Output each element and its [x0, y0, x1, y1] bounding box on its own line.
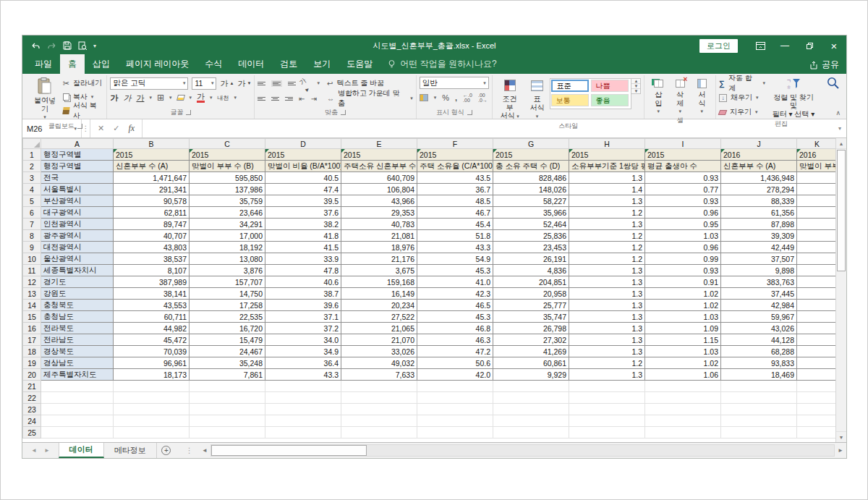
cell-A21[interactable] [41, 381, 114, 392]
clipboard-dialog-launcher[interactable] [77, 124, 82, 129]
scroll-up-icon[interactable]: ▲ [836, 138, 846, 149]
cell-D23[interactable] [265, 404, 341, 415]
cell-G3[interactable]: 828,486 [493, 172, 569, 184]
row-header-6[interactable]: 6 [23, 207, 41, 219]
cell-B11[interactable]: 8,107 [114, 265, 190, 276]
cell-G14[interactable]: 25,777 [493, 300, 569, 311]
cell-H13[interactable]: 1.3 [569, 288, 645, 300]
cell-F3[interactable]: 43.5 [417, 172, 493, 184]
cell-A16[interactable]: 전라북도 [41, 323, 114, 334]
increase-decimal-icon[interactable]: ←.0.00 [463, 93, 472, 103]
paste-dropdown-icon[interactable]: ▾ [43, 114, 46, 120]
cell-H6[interactable]: 1.2 [569, 207, 645, 219]
insert-cells-button[interactable]: 삽입▾ [647, 76, 669, 116]
row-header-9[interactable]: 9 [23, 242, 41, 253]
row-header-12[interactable]: 12 [23, 276, 41, 288]
align-top-icon[interactable] [258, 82, 265, 85]
cell-F16[interactable]: 46.8 [417, 323, 493, 334]
cell-E20[interactable]: 7,633 [341, 369, 417, 381]
styles-scroll-up-icon[interactable]: ▲ [631, 79, 640, 84]
row-header-2[interactable]: 2 [23, 161, 41, 172]
cell-H25[interactable] [569, 427, 645, 438]
format-cells-button[interactable]: 서식▾ [691, 76, 712, 116]
cell-K21[interactable] [797, 381, 836, 392]
align-middle-icon[interactable] [271, 80, 282, 87]
cell-K9[interactable] [797, 242, 836, 253]
align-right-icon[interactable] [285, 97, 293, 101]
cell-H16[interactable]: 1.3 [569, 323, 645, 334]
cell-I2[interactable]: 평균 출생아 수 [645, 161, 721, 172]
column-header-K[interactable]: K [797, 139, 836, 149]
cell-F9[interactable]: 43.3 [417, 242, 493, 253]
comma-style-icon[interactable]: , [455, 93, 457, 102]
cell-A4[interactable]: 서울특별시 [41, 184, 114, 195]
paste-button[interactable]: 붙여넣기▾ [27, 76, 63, 122]
cell-H23[interactable] [569, 404, 645, 415]
cell-G16[interactable]: 26,798 [493, 323, 569, 334]
cell-C25[interactable] [190, 427, 265, 438]
cell-A12[interactable]: 경기도 [41, 276, 114, 288]
cell-J11[interactable]: 9,898 [721, 265, 797, 276]
cell-J9[interactable]: 42,449 [721, 242, 797, 253]
cell-D9[interactable]: 41.5 [265, 242, 341, 253]
close-button[interactable]: × [822, 35, 846, 56]
cell-B21[interactable] [114, 381, 190, 392]
cell-C10[interactable]: 13,080 [190, 253, 265, 265]
cell-C11[interactable]: 3,876 [190, 265, 265, 276]
cell-E17[interactable]: 21,070 [341, 334, 417, 346]
minimize-button[interactable]: — [773, 35, 797, 56]
cell-G7[interactable]: 52,464 [493, 219, 569, 230]
cell-C20[interactable]: 7,861 [190, 369, 265, 381]
font-color-button[interactable]: 가 [197, 93, 205, 103]
cell-C17[interactable]: 15,479 [190, 334, 265, 346]
select-all-corner[interactable] [23, 139, 41, 149]
cell-E25[interactable] [341, 427, 417, 438]
print-preview-icon[interactable] [78, 41, 87, 50]
cell-D12[interactable]: 40.6 [265, 276, 341, 288]
cell-C1[interactable]: 2015 [190, 149, 265, 161]
column-header-D[interactable]: D [265, 139, 341, 149]
cell-C19[interactable]: 35,248 [190, 357, 265, 369]
cell-I15[interactable]: 1.03 [645, 311, 721, 323]
cell-H24[interactable] [569, 415, 645, 427]
cell-H11[interactable]: 1.3 [569, 265, 645, 276]
cell-C12[interactable]: 157,707 [190, 276, 265, 288]
cell-E19[interactable]: 49,032 [341, 357, 417, 369]
cell-C9[interactable]: 18,192 [190, 242, 265, 253]
cell-D13[interactable]: 38.7 [265, 288, 341, 300]
tab-insert[interactable]: 삽입 [85, 54, 118, 74]
cell-E18[interactable]: 33,026 [341, 346, 417, 357]
ribbon-display-options-icon[interactable] [748, 35, 773, 56]
cell-style-neutral[interactable]: 보통 [551, 94, 589, 106]
hscroll-left-icon[interactable]: ◄ [199, 443, 210, 458]
cell-G19[interactable]: 60,861 [493, 357, 569, 369]
cell-J23[interactable] [721, 404, 797, 415]
cell-K7[interactable] [797, 219, 836, 230]
cell-F15[interactable]: 45.3 [417, 311, 493, 323]
cell-B20[interactable]: 18,173 [114, 369, 190, 381]
cell-A8[interactable]: 광주광역시 [41, 230, 114, 242]
font-name-select[interactable]: 맑은 고딕▾ [110, 77, 188, 90]
vertical-scroll-thumb[interactable] [837, 150, 846, 271]
cell-H22[interactable] [569, 392, 645, 404]
sheet-prev-icon[interactable]: ◄ [31, 447, 37, 454]
increase-indent-icon[interactable]: ⇥ [311, 95, 317, 103]
cell-B2[interactable]: 신혼부부 수 (A) [114, 161, 190, 172]
fill-button[interactable]: ↓채우기 ▾ [719, 91, 765, 104]
cell-C22[interactable] [190, 392, 265, 404]
number-dialog-launcher[interactable] [467, 110, 472, 115]
insert-function-icon[interactable]: fx [128, 123, 135, 134]
underline-button[interactable]: 가 [136, 93, 144, 103]
cell-B22[interactable] [114, 392, 190, 404]
format-painter-button[interactable]: 서식 복사 [63, 104, 104, 117]
borders-icon[interactable]: ⊞ [157, 93, 164, 103]
cell-E2[interactable]: 주택소유 신혼부부 수 (C [341, 161, 417, 172]
cell-I16[interactable]: 1.09 [645, 323, 721, 334]
cell-F21[interactable] [417, 381, 493, 392]
cell-K16[interactable] [797, 323, 836, 334]
cell-D24[interactable] [265, 415, 341, 427]
find-select-button[interactable] [822, 76, 843, 111]
clear-button[interactable]: 지우기 ▾ [719, 106, 765, 119]
cell-C21[interactable] [190, 381, 265, 392]
cell-B7[interactable]: 89,747 [114, 219, 190, 230]
